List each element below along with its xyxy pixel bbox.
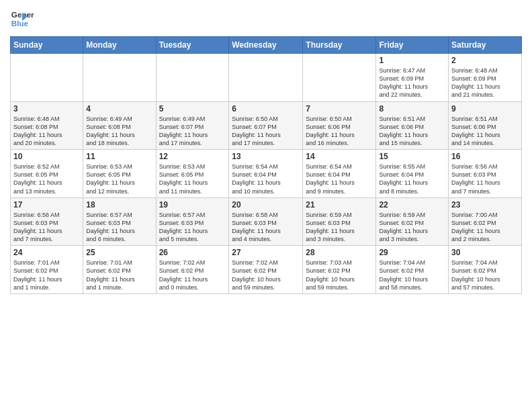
calendar-cell: 8Sunrise: 6:51 AM Sunset: 6:06 PM Daylig… <box>376 101 449 150</box>
day-number: 3 <box>13 104 80 113</box>
calendar-cell: 28Sunrise: 7:03 AM Sunset: 6:02 PM Dayli… <box>303 246 376 294</box>
day-info: Sunrise: 6:54 AM Sunset: 6:04 PM Dayligh… <box>306 163 373 195</box>
day-info: Sunrise: 6:51 AM Sunset: 6:06 PM Dayligh… <box>451 115 519 148</box>
day-info: Sunrise: 6:59 AM Sunset: 6:03 PM Dayligh… <box>306 211 373 244</box>
logo-icon: General Blue <box>10 7 34 31</box>
day-number: 23 <box>451 200 519 210</box>
day-number: 15 <box>379 152 445 161</box>
day-number: 12 <box>159 152 226 161</box>
weekday-header-tuesday: Tuesday <box>156 37 229 54</box>
day-number: 5 <box>159 104 226 113</box>
calendar-cell: 3Sunrise: 6:48 AM Sunset: 6:08 PM Daylig… <box>11 101 83 150</box>
weekday-header-row: SundayMondayTuesdayWednesdayThursdayFrid… <box>11 37 522 54</box>
day-info: Sunrise: 6:52 AM Sunset: 6:05 PM Dayligh… <box>13 163 80 195</box>
day-info: Sunrise: 6:50 AM Sunset: 6:07 PM Dayligh… <box>232 115 300 148</box>
day-number: 9 <box>451 104 519 113</box>
day-info: Sunrise: 6:55 AM Sunset: 6:04 PM Dayligh… <box>379 163 445 195</box>
day-info: Sunrise: 7:04 AM Sunset: 6:02 PM Dayligh… <box>379 259 445 291</box>
calendar-cell: 22Sunrise: 6:59 AM Sunset: 6:02 PM Dayli… <box>376 197 449 246</box>
day-info: Sunrise: 6:56 AM Sunset: 6:03 PM Dayligh… <box>451 163 519 195</box>
calendar-cell: 26Sunrise: 7:02 AM Sunset: 6:02 PM Dayli… <box>156 246 229 294</box>
calendar-cell: 20Sunrise: 6:58 AM Sunset: 6:03 PM Dayli… <box>229 197 303 246</box>
day-info: Sunrise: 6:47 AM Sunset: 6:09 PM Dayligh… <box>379 66 445 99</box>
day-number: 25 <box>86 248 152 257</box>
day-info: Sunrise: 6:57 AM Sunset: 6:03 PM Dayligh… <box>86 211 152 244</box>
day-info: Sunrise: 7:02 AM Sunset: 6:02 PM Dayligh… <box>232 259 300 291</box>
day-number: 27 <box>232 248 300 257</box>
day-info: Sunrise: 6:53 AM Sunset: 6:05 PM Dayligh… <box>86 163 152 195</box>
day-number: 10 <box>13 152 80 161</box>
weekday-header-friday: Friday <box>376 37 449 54</box>
day-info: Sunrise: 6:49 AM Sunset: 6:08 PM Dayligh… <box>86 115 152 148</box>
day-number: 17 <box>13 200 80 210</box>
calendar-cell: 7Sunrise: 6:50 AM Sunset: 6:06 PM Daylig… <box>303 101 376 150</box>
day-info: Sunrise: 7:00 AM Sunset: 6:02 PM Dayligh… <box>451 211 519 244</box>
calendar-table: SundayMondayTuesdayWednesdayThursdayFrid… <box>10 36 522 294</box>
day-info: Sunrise: 6:59 AM Sunset: 6:02 PM Dayligh… <box>379 211 445 244</box>
day-info: Sunrise: 6:50 AM Sunset: 6:06 PM Dayligh… <box>306 115 373 148</box>
weekday-header-monday: Monday <box>83 37 156 54</box>
day-number: 6 <box>232 104 300 113</box>
calendar-cell: 15Sunrise: 6:55 AM Sunset: 6:04 PM Dayli… <box>376 150 449 198</box>
day-info: Sunrise: 7:01 AM Sunset: 6:02 PM Dayligh… <box>13 259 80 291</box>
logo: General Blue <box>10 7 37 31</box>
day-info: Sunrise: 7:04 AM Sunset: 6:02 PM Dayligh… <box>451 259 519 291</box>
calendar-cell: 25Sunrise: 7:01 AM Sunset: 6:02 PM Dayli… <box>83 246 156 294</box>
calendar-cell <box>156 54 229 102</box>
calendar-cell: 16Sunrise: 6:56 AM Sunset: 6:03 PM Dayli… <box>449 150 522 198</box>
day-info: Sunrise: 6:48 AM Sunset: 6:09 PM Dayligh… <box>451 66 519 99</box>
day-number: 4 <box>86 104 152 113</box>
calendar-week-2: 3Sunrise: 6:48 AM Sunset: 6:08 PM Daylig… <box>11 101 522 150</box>
calendar-cell: 27Sunrise: 7:02 AM Sunset: 6:02 PM Dayli… <box>229 246 303 294</box>
day-number: 22 <box>379 200 445 210</box>
day-info: Sunrise: 6:51 AM Sunset: 6:06 PM Dayligh… <box>379 115 445 148</box>
weekday-header-wednesday: Wednesday <box>229 37 303 54</box>
calendar-cell: 10Sunrise: 6:52 AM Sunset: 6:05 PM Dayli… <box>11 150 83 198</box>
calendar-cell: 21Sunrise: 6:59 AM Sunset: 6:03 PM Dayli… <box>303 197 376 246</box>
calendar-week-4: 17Sunrise: 6:56 AM Sunset: 6:03 PM Dayli… <box>11 197 522 246</box>
day-number: 26 <box>159 248 226 257</box>
calendar-week-5: 24Sunrise: 7:01 AM Sunset: 6:02 PM Dayli… <box>11 246 522 294</box>
day-number: 16 <box>451 152 519 161</box>
calendar-cell <box>11 54 83 102</box>
day-info: Sunrise: 7:03 AM Sunset: 6:02 PM Dayligh… <box>306 259 373 291</box>
calendar-cell: 1Sunrise: 6:47 AM Sunset: 6:09 PM Daylig… <box>376 54 449 102</box>
day-number: 13 <box>232 152 300 161</box>
day-info: Sunrise: 6:53 AM Sunset: 6:05 PM Dayligh… <box>159 163 226 195</box>
calendar-cell: 6Sunrise: 6:50 AM Sunset: 6:07 PM Daylig… <box>229 101 303 150</box>
header: General Blue <box>10 7 522 31</box>
day-info: Sunrise: 6:56 AM Sunset: 6:03 PM Dayligh… <box>13 211 80 244</box>
day-number: 30 <box>451 248 519 257</box>
calendar-cell: 23Sunrise: 7:00 AM Sunset: 6:02 PM Dayli… <box>449 197 522 246</box>
day-info: Sunrise: 7:02 AM Sunset: 6:02 PM Dayligh… <box>159 259 226 291</box>
day-number: 7 <box>306 104 373 113</box>
calendar-cell: 11Sunrise: 6:53 AM Sunset: 6:05 PM Dayli… <box>83 150 156 198</box>
calendar-cell: 17Sunrise: 6:56 AM Sunset: 6:03 PM Dayli… <box>11 197 83 246</box>
calendar-cell: 13Sunrise: 6:54 AM Sunset: 6:04 PM Dayli… <box>229 150 303 198</box>
day-number: 24 <box>13 248 80 257</box>
day-number: 8 <box>379 104 445 113</box>
calendar-cell: 18Sunrise: 6:57 AM Sunset: 6:03 PM Dayli… <box>83 197 156 246</box>
day-number: 2 <box>451 56 519 65</box>
calendar-cell <box>303 54 376 102</box>
calendar-cell: 12Sunrise: 6:53 AM Sunset: 6:05 PM Dayli… <box>156 150 229 198</box>
calendar-cell: 30Sunrise: 7:04 AM Sunset: 6:02 PM Dayli… <box>449 246 522 294</box>
day-info: Sunrise: 6:48 AM Sunset: 6:08 PM Dayligh… <box>13 115 80 148</box>
weekday-header-thursday: Thursday <box>303 37 376 54</box>
day-number: 28 <box>306 248 373 257</box>
day-number: 18 <box>86 200 152 210</box>
calendar-week-3: 10Sunrise: 6:52 AM Sunset: 6:05 PM Dayli… <box>11 150 522 198</box>
day-number: 11 <box>86 152 152 161</box>
svg-text:Blue: Blue <box>11 19 29 28</box>
day-info: Sunrise: 7:01 AM Sunset: 6:02 PM Dayligh… <box>86 259 152 291</box>
calendar-cell: 19Sunrise: 6:57 AM Sunset: 6:03 PM Dayli… <box>156 197 229 246</box>
day-info: Sunrise: 6:58 AM Sunset: 6:03 PM Dayligh… <box>232 211 300 244</box>
calendar-cell <box>229 54 303 102</box>
day-number: 21 <box>306 200 373 210</box>
calendar-cell: 14Sunrise: 6:54 AM Sunset: 6:04 PM Dayli… <box>303 150 376 198</box>
day-info: Sunrise: 6:57 AM Sunset: 6:03 PM Dayligh… <box>159 211 226 244</box>
calendar-cell: 4Sunrise: 6:49 AM Sunset: 6:08 PM Daylig… <box>83 101 156 150</box>
calendar-cell: 9Sunrise: 6:51 AM Sunset: 6:06 PM Daylig… <box>449 101 522 150</box>
day-info: Sunrise: 6:54 AM Sunset: 6:04 PM Dayligh… <box>232 163 300 195</box>
weekday-header-sunday: Sunday <box>11 37 83 54</box>
